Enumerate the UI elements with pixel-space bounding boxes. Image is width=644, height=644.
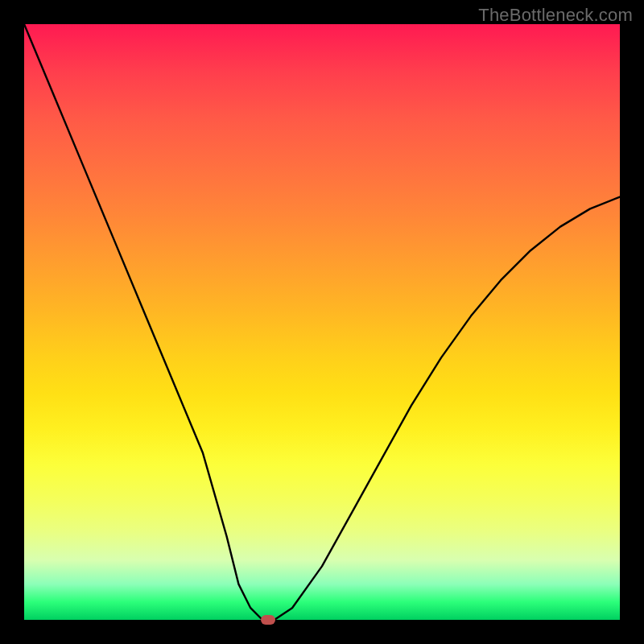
chart-frame: TheBottleneck.com (0, 0, 644, 644)
optimum-marker (261, 615, 275, 625)
bottleneck-curve (24, 24, 620, 620)
plot-area (24, 24, 620, 620)
watermark-text: TheBottleneck.com (478, 5, 633, 26)
